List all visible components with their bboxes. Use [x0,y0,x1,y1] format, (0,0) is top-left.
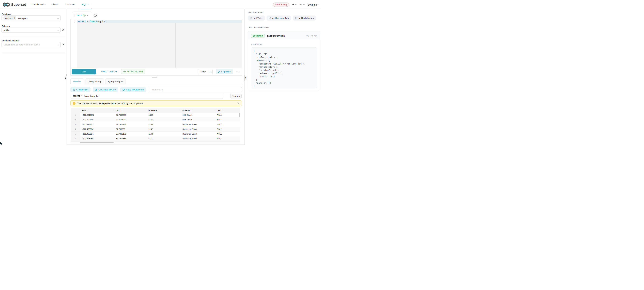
right-splitter-nub[interactable] [244,75,244,81]
interaction-card-header: COMMAND getCurrentTab 9:34:48 AM [248,31,320,40]
link-icon [218,70,220,73]
create-chart-button[interactable]: Create chart [70,87,90,92]
sort-icon [222,109,224,111]
tab-results[interactable]: Results [70,78,84,84]
table-select-placeholder: Select table or type to search tables [4,43,40,46]
main-nav: Dashboards Charts Datasets SQL [32,0,89,9]
database-select[interactable]: postgresql examples [2,15,61,21]
new-menu[interactable]: + [292,3,296,6]
table-select[interactable]: Select table or type to search tables [2,42,61,47]
nav-charts[interactable]: Charts [52,0,59,9]
chevron-down-icon [318,3,319,5]
navbar-right: flask-debug + ☼ Settings [273,2,319,7]
save-button[interactable]: Save [198,69,208,74]
settings-menu[interactable]: Settings [308,3,319,6]
chevron-down-icon [303,3,305,5]
plus-circle-icon [94,14,96,17]
column-header-number[interactable]: NUMBER [146,108,180,113]
brand-name: Superset [11,2,26,6]
column-header-lon[interactable]: LON [80,108,114,113]
save-dropdown-button[interactable] [208,69,212,74]
tab-query-insights[interactable]: Query Insights [105,78,126,84]
document-icon [269,17,271,19]
sun-icon: ☼ [300,3,302,6]
table-row: 1 -122.3912672 37.7690928 1550 04th Stre… [70,113,240,117]
line-number: 1 [70,20,76,23]
limit-label: LIMIT: [101,70,107,73]
editor-toolbar: Run LIMIT: 1 000 00:00:00.189 Save Copy … [70,68,242,76]
run-button[interactable]: Run [72,69,96,74]
cabinet-icon [295,17,297,19]
results-action-row: Create chart Download to CSV Copy to Cli… [70,87,242,92]
results-table: LON LAT NUMBER STREET UNIT 1 -122.391 [70,108,240,144]
table-row: 3 -122.428577 37.7806267 1160 Buchanan S… [70,122,240,127]
vertical-scrollbar-thumb[interactable] [239,113,240,117]
close-warning-icon[interactable]: ✕ [238,102,240,105]
close-tab-icon[interactable]: ✕ [87,14,89,16]
warning-icon: ! [73,102,76,105]
download-icon [95,89,97,91]
expand-right-panel-button[interactable]: ❯ [245,76,247,80]
refresh-schemas-icon[interactable]: ⟳ [61,28,65,32]
response-json: { "id": "1", "title": "Tab 1", "editor":… [254,49,314,88]
copy-link-button[interactable]: Copy link [216,69,233,74]
command-badge: COMMAND [251,34,265,38]
chevron-down-icon [88,3,89,5]
row-number-header [70,108,80,113]
nav-sql[interactable]: SQL [82,0,89,9]
nav-dashboards[interactable]: Dashboards [32,0,45,9]
horizontal-scrollbar[interactable] [70,142,240,144]
last-interaction-header: LAST INTERACTION [248,26,270,28]
table-row: 4 -122.4285341 37.780385 1142 Buchanan S… [70,127,240,132]
database-label: Database [2,13,11,15]
sql-code-editor[interactable]: 1 SELECT * from long_lat [70,19,242,68]
collapse-sidebar-button[interactable]: ❮ [64,76,67,80]
sort-icon [87,109,88,111]
copy-icon [122,89,125,91]
editor-gutter [70,19,77,68]
get-databases-button[interactable]: getDatabases [293,15,316,20]
superset-logo[interactable]: Superset [3,2,26,7]
query-tab[interactable]: Tab 1 ✕ [72,12,92,19]
copy-link-label: Copy link [221,70,231,73]
get-tabs-button[interactable]: getTabs [248,15,265,20]
limit-dropdown[interactable]: LIMIT: 1 000 [101,70,117,73]
sql-statement: SELECT * from long_lat [78,20,106,23]
table-schema-label: See table schema [2,39,19,42]
copy-clipboard-button[interactable]: Copy to Clipboard [120,87,146,92]
download-csv-button[interactable]: Download to CSV [93,87,118,92]
sidebar-divider [2,37,65,37]
chevron-down-icon [57,44,59,45]
get-current-tab-button[interactable]: getCurrentTab [266,15,291,20]
schema-label: Schema [2,25,10,27]
horizontal-scrollbar-thumb[interactable] [80,142,114,143]
chart-icon [72,89,75,91]
sort-icon [191,109,192,111]
table-row: 5 -122.4285247 37.7803172 1140 Buchanan … [70,132,240,136]
more-options-button[interactable]: ··· [236,70,239,73]
column-header-lat[interactable]: LAT [114,108,146,113]
pane-splitter-handle[interactable] [152,77,157,78]
tab-query-history[interactable]: Query history [85,78,104,84]
database-engine-tag: postgresql [4,16,16,20]
command-timestamp: 9:34:48 AM [306,35,317,37]
filter-results-input[interactable] [148,87,242,92]
column-header-street[interactable]: STREET [180,108,215,113]
chevron-down-icon [295,3,296,5]
database-value: examples [18,17,28,19]
interaction-card-body: RESPONSE { "id": "1", "title": "Tab 1", … [248,40,320,90]
command-name: getCurrentTab [267,34,285,37]
schema-select[interactable]: public [2,27,61,33]
results-table-header: LON LAT NUMBER STREET UNIT [70,108,240,113]
refresh-tables-icon[interactable]: ⟳ [61,43,65,46]
theme-menu[interactable]: ☼ [300,3,304,6]
column-header-unit[interactable]: UNIT [215,108,240,113]
nav-datasets[interactable]: Datasets [66,0,75,9]
api-buttons-row: getTabs getCurrentTab getDatabases [248,15,316,20]
environment-badge: flask-debug [273,2,289,7]
settings-label: Settings [308,3,317,6]
timer-value: 00:00:00.189 [127,70,143,73]
sql-editor-pane: Tab 1 ✕ 1 SELECT * from long_lat Run LIM… [67,9,244,145]
add-tab-button[interactable] [93,13,98,18]
sort-icon [158,109,159,111]
